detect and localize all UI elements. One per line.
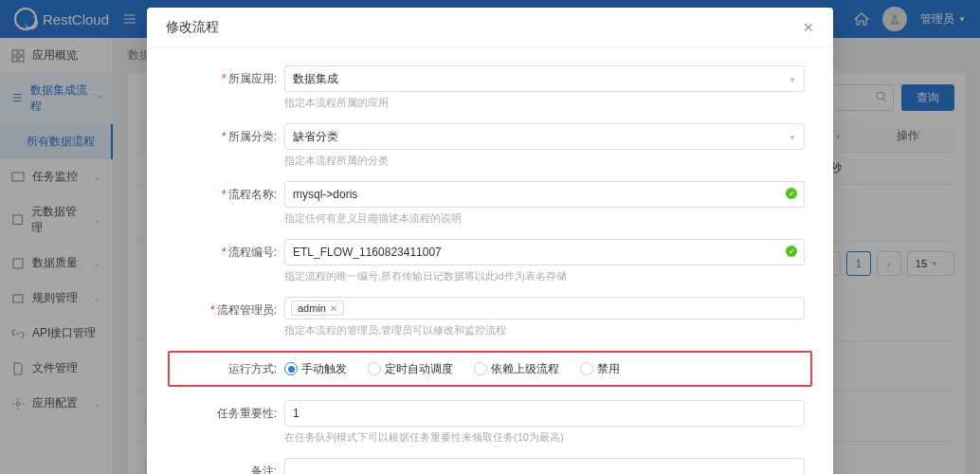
- hint-category: 指定本流程所属的分类: [284, 154, 805, 168]
- hint-name: 指定任何有意义且能描述本流程的说明: [284, 211, 805, 226]
- modal-mask[interactable]: 修改流程 ✕ *所属应用: 数据集成▼ 指定本流程所属的应用 *所属分类: 缺: [0, 0, 980, 474]
- chevron-down-icon: ▼: [789, 76, 796, 84]
- label-remark: 备注:: [175, 458, 284, 474]
- check-icon: ✓: [786, 246, 797, 257]
- modal-title: 修改流程: [166, 19, 219, 36]
- label-admin: *流程管理员:: [175, 297, 284, 323]
- radio-manual[interactable]: 手动触发: [284, 361, 347, 377]
- radio-icon: [474, 362, 487, 375]
- priority-input[interactable]: [284, 400, 805, 427]
- code-input[interactable]: [284, 239, 805, 265]
- admin-select[interactable]: admin✕: [284, 297, 805, 319]
- radio-icon: [368, 362, 381, 375]
- close-icon[interactable]: ✕: [803, 20, 814, 35]
- radio-icon: [580, 362, 593, 375]
- label-priority: 任务重要性:: [175, 400, 284, 427]
- radio-disabled[interactable]: 禁用: [580, 361, 620, 377]
- hint-priority: 在任务队列模式下可以根据任务重要性来领取任务(10为最高): [284, 430, 805, 445]
- chevron-down-icon: ▼: [789, 134, 796, 142]
- check-icon: ✓: [786, 188, 797, 199]
- radio-depend[interactable]: 依赖上级流程: [474, 361, 559, 377]
- radio-icon: [284, 362, 298, 375]
- hint-code: 指定流程的唯一编号,所有传输日记数据将以此id作为表名存储: [284, 269, 805, 283]
- label-mode: 运行方式:: [175, 356, 284, 382]
- hint-app: 指定本流程所属的应用: [284, 96, 805, 110]
- admin-tag: admin✕: [291, 301, 344, 316]
- remove-tag-icon[interactable]: ✕: [330, 303, 337, 314]
- label-name: *流程名称:: [175, 181, 284, 208]
- name-input[interactable]: [284, 181, 805, 208]
- modal-dialog: 修改流程 ✕ *所属应用: 数据集成▼ 指定本流程所属的应用 *所属分类: 缺: [147, 8, 833, 474]
- label-category: *所属分类:: [175, 123, 284, 150]
- category-select[interactable]: 缺省分类▼: [284, 123, 805, 150]
- label-code: *流程编号:: [175, 239, 284, 265]
- hint-admin: 指定本流程的管理员,管理员可以修改和监控流程: [284, 323, 805, 337]
- radio-schedule[interactable]: 定时自动调度: [368, 361, 453, 377]
- label-app: *所属应用:: [175, 65, 284, 92]
- remark-textarea[interactable]: [284, 458, 805, 474]
- highlight-frame: 运行方式: 手动触发 定时自动调度 依赖上级流程 禁用: [168, 351, 812, 387]
- app-select[interactable]: 数据集成▼: [284, 65, 805, 92]
